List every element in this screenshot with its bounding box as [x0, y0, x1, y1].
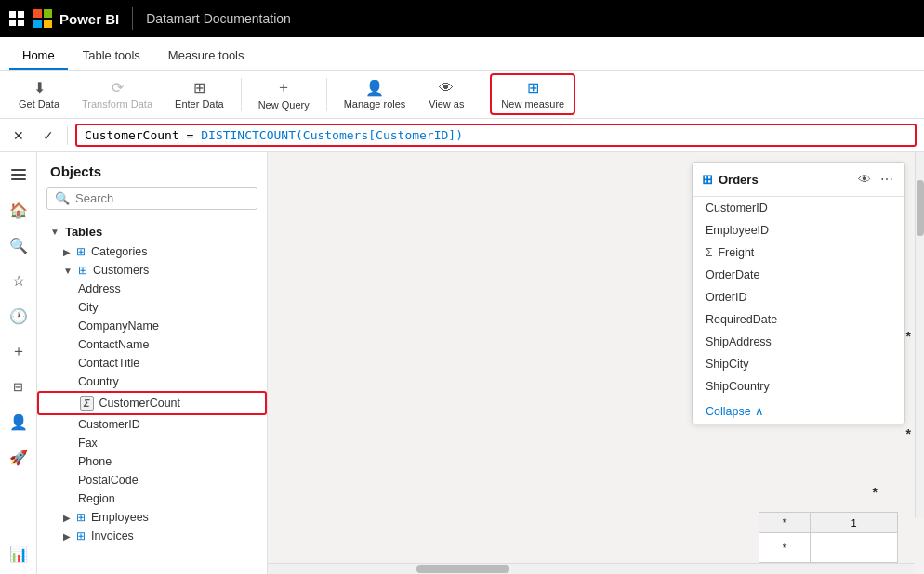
tree-item-categories[interactable]: ▶ ⊞ Categories — [37, 242, 267, 261]
metrics-icon[interactable]: 📊 — [2, 537, 35, 570]
employees-table-icon: ⊞ — [76, 511, 86, 524]
tab-home[interactable]: Home — [9, 43, 68, 70]
formula-bar: ✕ ✓ CustomerCount = DISTINCTCOUNT(Custom… — [0, 119, 924, 152]
left-icon-panel: 🏠 🔍 ☆ 🕐 ＋ ⊟ 👤 🚀 📊 — [0, 152, 37, 574]
orderdate-field-label: OrderDate — [706, 268, 759, 281]
orders-preview-icon[interactable]: 👁 — [856, 170, 873, 189]
contacttitle-label: ContactTitle — [78, 357, 139, 370]
horizontal-scrollbar[interactable] — [268, 563, 915, 574]
orders-more-icon[interactable]: ⋯ — [878, 170, 895, 189]
new-query-button[interactable]: ＋ New Query — [249, 74, 319, 114]
svg-rect-3 — [44, 20, 52, 28]
recent-icon[interactable]: 🕐 — [2, 299, 35, 333]
manage-roles-icon: 👤 — [365, 79, 384, 97]
collapse-button[interactable]: Collapse ∧ — [693, 398, 904, 424]
orders-title-label: Orders — [719, 173, 759, 187]
tree-item-fax[interactable]: Fax — [37, 434, 267, 452]
formula-confirm-button[interactable]: ✓ — [37, 126, 59, 145]
tab-table-tools[interactable]: Table tools — [70, 43, 153, 70]
orders-field-customerid[interactable]: CustomerID — [693, 197, 904, 219]
tree-item-address[interactable]: Address — [37, 280, 267, 298]
grid-top-right: 1 — [811, 513, 897, 533]
tree-item-city[interactable]: City — [37, 298, 267, 317]
transform-data-icon: ⟳ — [112, 79, 124, 97]
grid-bottom-left: * — [759, 533, 811, 562]
apps-icon[interactable]: ⊟ — [2, 370, 35, 403]
customerid-label: CustomerID — [78, 418, 140, 431]
transform-data-button[interactable]: ⟳ Transform Data — [73, 75, 162, 113]
address-label: Address — [78, 282, 121, 295]
manage-roles-label: Manage roles — [344, 98, 406, 110]
microsoft-logo: Power BI — [33, 9, 119, 28]
manage-roles-button[interactable]: 👤 Manage roles — [335, 75, 416, 113]
v-scrollbar-thumb[interactable] — [917, 180, 924, 236]
new-measure-button[interactable]: ⊞ New measure — [490, 73, 575, 115]
shipcity-field-label: ShipCity — [706, 358, 749, 371]
freight-field-label: Freight — [718, 246, 754, 259]
tree-item-postalcode[interactable]: PostalCode — [37, 471, 267, 489]
home-icon[interactable]: 🏠 — [2, 193, 35, 227]
formula-cancel-button[interactable]: ✕ — [7, 126, 30, 145]
search-icon: 🔍 — [55, 191, 70, 205]
categories-chevron: ▶ — [63, 247, 71, 257]
phone-label: Phone — [78, 455, 112, 468]
tree-item-customerid[interactable]: CustomerID — [37, 415, 267, 434]
orders-field-orderdate[interactable]: OrderDate — [693, 264, 904, 286]
orders-field-freight[interactable]: Σ Freight — [693, 241, 904, 264]
view-as-button[interactable]: 👁 View as — [418, 76, 474, 113]
invoices-label: Invoices — [91, 529, 134, 542]
orders-table-icon: ⊞ — [702, 172, 713, 187]
tables-chevron: ▼ — [50, 227, 59, 237]
tree-item-phone[interactable]: Phone — [37, 452, 267, 471]
search-input[interactable] — [75, 191, 249, 205]
tree-item-country[interactable]: Country — [37, 372, 267, 391]
create-icon[interactable]: ＋ — [2, 334, 35, 368]
enter-data-button[interactable]: ⊞ Enter Data — [165, 75, 233, 113]
orders-field-shipcity[interactable]: ShipCity — [693, 353, 904, 375]
workspaces-icon[interactable]: 👤 — [2, 405, 35, 438]
orders-field-shipaddress[interactable]: ShipAddress — [693, 331, 904, 353]
invoices-table-icon: ⊞ — [76, 529, 86, 542]
hamburger-menu-icon[interactable] — [2, 158, 35, 191]
objects-title: Objects — [37, 152, 267, 187]
orders-field-orderid[interactable]: OrderID — [693, 286, 904, 308]
customercount-measure-icon: Σ — [80, 396, 94, 411]
grid-menu-icon[interactable] — [9, 11, 24, 26]
separator-1 — [241, 78, 242, 111]
search-box[interactable]: 🔍 — [46, 187, 257, 210]
formula-input-field[interactable]: CustomerCount = DISTINCTCOUNT(Customers[… — [75, 124, 917, 147]
tables-section-header[interactable]: ▼ Tables — [37, 221, 267, 242]
tree-item-contacttitle[interactable]: ContactTitle — [37, 354, 267, 372]
orders-field-shipcountry[interactable]: ShipCountry — [693, 375, 904, 398]
orders-field-requireddate[interactable]: RequiredDate — [693, 308, 904, 331]
separator-2 — [326, 78, 327, 111]
favorites-icon[interactable]: ☆ — [2, 264, 35, 297]
tree-item-employees[interactable]: ▶ ⊞ Employees — [37, 508, 267, 527]
get-data-label: Get Data — [19, 98, 59, 110]
orderid-field-label: OrderID — [706, 291, 746, 304]
tree-item-invoices[interactable]: ▶ ⊞ Invoices — [37, 527, 267, 545]
orders-field-employeeid[interactable]: EmployeeID — [693, 219, 904, 241]
tree-item-customers[interactable]: ▼ ⊞ Customers — [37, 261, 267, 280]
tree-item-customercount[interactable]: Σ CustomerCount — [37, 391, 267, 415]
tab-measure-tools[interactable]: Measure tools — [155, 43, 257, 70]
h-scrollbar-thumb[interactable] — [416, 565, 509, 573]
enter-data-icon: ⊞ — [193, 79, 205, 97]
main-area: 🏠 🔍 ☆ 🕐 ＋ ⊟ 👤 🚀 📊 Objects 🔍 ▼ Tables — [0, 152, 924, 574]
tree-item-region[interactable]: Region — [37, 489, 267, 508]
svg-rect-0 — [33, 9, 42, 18]
new-measure-label: New measure — [501, 98, 564, 110]
vertical-scrollbar[interactable] — [915, 152, 924, 518]
collapse-chevron-icon: ∧ — [755, 404, 764, 418]
collapse-label: Collapse — [706, 405, 751, 418]
get-data-button[interactable]: ⬇ Get Data — [9, 75, 69, 113]
tree-item-companyname[interactable]: CompanyName — [37, 317, 267, 335]
get-data-icon: ⬇ — [33, 79, 46, 97]
tree-item-contactname[interactable]: ContactName — [37, 335, 267, 354]
search-nav-icon[interactable]: 🔍 — [2, 228, 35, 262]
grid-top-left: * — [759, 513, 811, 533]
asterisk-left: * — [873, 485, 878, 500]
learn-icon[interactable]: 🚀 — [2, 440, 35, 474]
orders-card-header: ⊞ Orders 👁 ⋯ — [693, 163, 904, 197]
tree-area: ▼ Tables ▶ ⊞ Categories ▼ ⊞ Customers — [37, 217, 267, 574]
